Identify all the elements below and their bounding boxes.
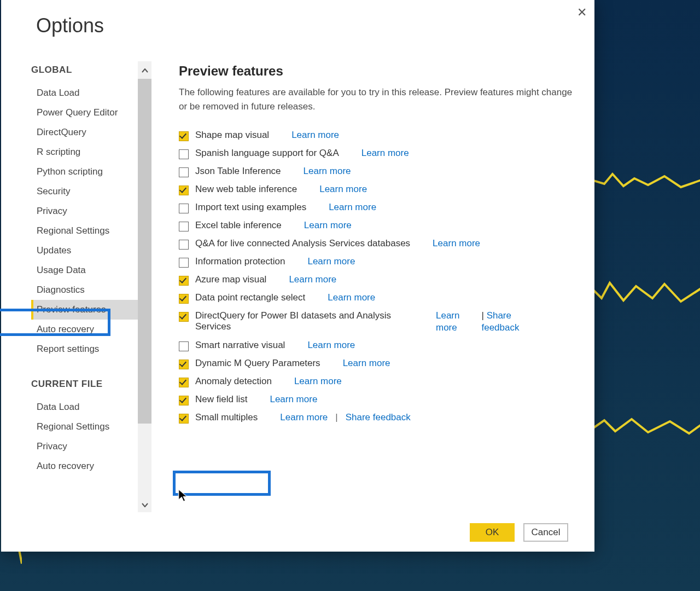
close-icon[interactable]: ✕ (577, 5, 587, 20)
learn-more-link[interactable]: Learn more (291, 130, 339, 141)
feature-row: Json Table Inference Learn more (179, 163, 573, 181)
feature-checkbox[interactable] (179, 186, 189, 195)
sidebar-item-privacy[interactable]: Privacy (31, 201, 151, 221)
feature-row: New field list Learn more (179, 391, 573, 409)
feature-checkbox[interactable] (179, 294, 189, 304)
feature-label: Anomaly detection (195, 376, 272, 387)
learn-more-link[interactable]: Learn more (280, 412, 328, 423)
feature-row: Smart narrative visual Learn more (179, 337, 573, 355)
feature-row: Information protection Learn more (179, 253, 573, 271)
feature-row: New web table inference Learn more (179, 181, 573, 199)
learn-more-link[interactable]: Learn more (307, 256, 355, 267)
feature-checkbox[interactable] (179, 131, 189, 141)
share-feedback-link[interactable]: Share feedback (346, 412, 411, 423)
sidebar-item-report-settings[interactable]: Report settings (31, 339, 151, 359)
sidebar-item-privacy[interactable]: Privacy (31, 437, 151, 456)
feature-row: Excel table inference Learn more (179, 217, 573, 235)
feature-label: Q&A for live connected Analysis Services… (195, 238, 410, 249)
feature-row: Dynamic M Query Parameters Learn more (179, 355, 573, 373)
feature-checkbox[interactable] (179, 396, 189, 405)
feature-checkbox[interactable] (179, 378, 189, 387)
feature-label: Shape map visual (195, 130, 269, 141)
feature-row: Import text using examples Learn more (179, 199, 573, 217)
feature-label: New web table inference (195, 184, 297, 195)
feature-label: New field list (195, 394, 247, 405)
learn-more-link[interactable]: Learn more (361, 148, 409, 159)
sidebar-item-preview-features[interactable]: Preview features (31, 300, 151, 320)
learn-more-link[interactable]: Learn more (329, 202, 376, 213)
learn-more-link[interactable]: Learn more (304, 220, 352, 231)
feature-checkbox[interactable] (179, 222, 189, 231)
feature-label: Information protection (195, 256, 285, 267)
share-feedback-link[interactable]: Share (487, 310, 511, 321)
sidebar-item-updates[interactable]: Updates (31, 241, 151, 260)
panel-heading: Preview features (179, 63, 573, 79)
learn-more-link[interactable]: Learn more (289, 274, 336, 285)
options-dialog: ✕ Options GLOBALData LoadPower Query Edi… (1, 0, 594, 552)
feature-row: Shape map visual Learn more (179, 126, 573, 144)
sidebar-item-data-load[interactable]: Data Load (31, 83, 151, 103)
feature-checkbox[interactable] (179, 258, 189, 268)
sidebar-section-header: CURRENT FILE (31, 359, 151, 397)
dialog-title: Options (1, 0, 594, 37)
sidebar-item-regional-settings[interactable]: Regional Settings (31, 417, 151, 437)
feature-checkbox[interactable] (179, 149, 189, 159)
feature-label: Excel table inference (195, 220, 282, 231)
feature-checkbox[interactable] (179, 312, 189, 322)
feature-row: Data point rectangle select Learn more (179, 289, 573, 307)
feature-row: Azure map visual Learn more (179, 271, 573, 289)
feature-checkbox[interactable] (179, 167, 189, 177)
feature-row: Q&A for live connected Analysis Services… (179, 235, 573, 253)
feature-row: DirectQuery for Power BI datasets and An… (179, 307, 573, 337)
cancel-button[interactable]: Cancel (523, 523, 568, 542)
feature-label: Import text using examples (195, 202, 306, 213)
feature-checkbox[interactable] (179, 240, 189, 250)
feature-checkbox[interactable] (179, 276, 189, 286)
sidebar-item-auto-recovery[interactable]: Auto recovery (31, 320, 151, 339)
learn-more-link[interactable]: more (436, 322, 459, 333)
sidebar-section-header: GLOBAL (31, 61, 151, 83)
learn-more-link[interactable]: Learn more (433, 238, 480, 249)
sidebar-item-auto-recovery[interactable]: Auto recovery (31, 456, 151, 476)
dialog-footer: OK Cancel (1, 523, 594, 542)
feature-checkbox[interactable] (179, 360, 189, 369)
panel-description: The following features are available for… (179, 85, 573, 114)
sidebar-item-usage-data[interactable]: Usage Data (31, 260, 151, 280)
sidebar-item-python-scripting[interactable]: Python scripting (31, 162, 151, 182)
ok-button[interactable]: OK (470, 523, 515, 542)
feature-label: Spanish language support for Q&A (195, 148, 339, 159)
learn-more-link[interactable]: Learn more (294, 376, 342, 387)
feature-checkbox[interactable] (179, 414, 189, 424)
sidebar-item-r-scripting[interactable]: R scripting (31, 142, 151, 162)
learn-more-link[interactable]: Learn (436, 310, 459, 321)
sidebar-item-data-load[interactable]: Data Load (31, 397, 151, 417)
learn-more-link[interactable]: Learn more (343, 358, 390, 369)
scroll-up-icon[interactable] (138, 63, 151, 78)
sidebar-item-security[interactable]: Security (31, 182, 151, 201)
feature-row: Spanish language support for Q&A Learn m… (179, 144, 573, 163)
feature-label: DirectQuery for Power BI datasets and An… (195, 310, 414, 333)
feature-label: Small multiples (195, 412, 258, 423)
feature-label: Data point rectangle select (195, 292, 305, 303)
scrollbar-thumb[interactable] (138, 79, 151, 424)
learn-more-link[interactable]: Learn more (319, 184, 367, 195)
sidebar-item-diagnostics[interactable]: Diagnostics (31, 280, 151, 300)
learn-more-link[interactable]: Learn more (328, 292, 375, 303)
sidebar-scrollbar[interactable] (138, 61, 151, 510)
share-feedback-link[interactable]: feedback (481, 322, 519, 333)
link-separator: | (335, 412, 337, 423)
learn-more-link[interactable]: Learn more (307, 340, 355, 351)
scroll-down-icon[interactable] (138, 498, 151, 512)
sidebar-item-regional-settings[interactable]: Regional Settings (31, 221, 151, 241)
sidebar-item-directquery[interactable]: DirectQuery (31, 123, 151, 142)
feature-row: Small multiples Learn more | Share feedb… (179, 409, 573, 427)
learn-more-link[interactable]: Learn more (270, 394, 317, 405)
options-main-panel: Preview features The following features … (151, 61, 594, 513)
options-sidebar: GLOBALData LoadPower Query EditorDirectQ… (1, 61, 151, 513)
sidebar-item-power-query-editor[interactable]: Power Query Editor (31, 103, 151, 123)
learn-more-link[interactable]: Learn more (304, 166, 351, 177)
feature-label: Json Table Inference (195, 166, 281, 177)
feature-checkbox[interactable] (179, 341, 189, 351)
feature-label: Dynamic M Query Parameters (195, 358, 320, 369)
feature-checkbox[interactable] (179, 204, 189, 213)
